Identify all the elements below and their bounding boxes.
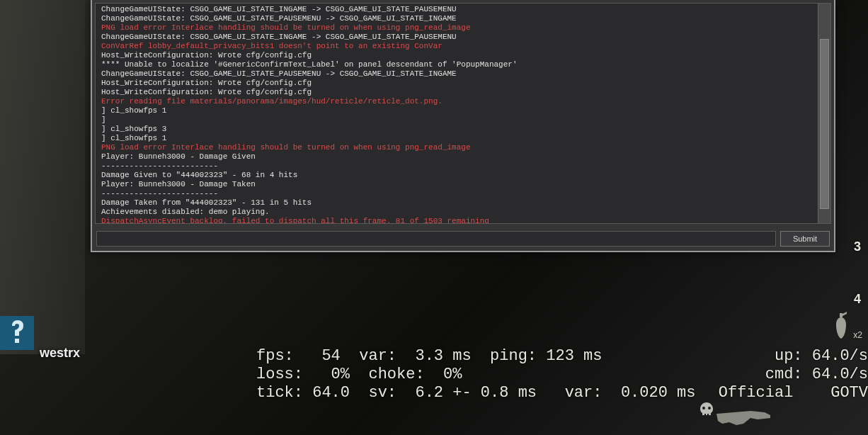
console-output[interactable]: ChangeGameUIState: CSGO_GAME_UI_STATE_IN… <box>95 3 831 224</box>
hud-ammo-primary: 3 <box>847 239 861 254</box>
console-line: Error reading file materials/panorama/im… <box>101 97 825 106</box>
scrollbar-thumb[interactable] <box>820 39 829 209</box>
console-line: **** Unable to localize '#GenericConfirm… <box>101 60 825 69</box>
netgraph-line3: tick: 64.0 sv: 6.2 +- 0.8 ms var: 0.020 … <box>256 384 696 402</box>
netgraph-line1: fps: 54 var: 3.3 ms ping: 123 ms <box>256 347 602 365</box>
spectator-avatar <box>0 316 34 350</box>
console-line: Achievements disabled: demo playing. <box>101 208 825 217</box>
console-line: Host_WriteConfiguration: Wrote cfg/confi… <box>101 88 825 97</box>
console-line: ------------------------- <box>101 162 825 171</box>
console-line: ConVarRef lobby_default_privacy_bits1 do… <box>101 42 825 51</box>
netgraph-right1: up: 64.0/s <box>775 347 868 365</box>
netgraph-right: up: 64.0/s cmd: 64.0/s Official GOTV <box>719 347 868 402</box>
question-mark-icon <box>6 319 28 347</box>
console-line: Damage Taken from "444002323" - 131 in 5… <box>101 198 825 208</box>
console-line: ChangeGameUIState: CSGO_GAME_UI_STATE_IN… <box>101 5 825 14</box>
console-line: Damage Given to "444002323" - 68 in 4 hi… <box>101 171 825 180</box>
weapon-icon <box>715 404 772 429</box>
console-line: ChangeGameUIState: CSGO_GAME_UI_STATE_IN… <box>101 33 825 42</box>
console-line: PNG load error Interlace handling should… <box>101 143 825 152</box>
grenade-icon <box>831 312 851 340</box>
spectator-name: westrx <box>40 346 80 361</box>
console-input-row: Submit <box>92 227 834 251</box>
grenade-count: x2 <box>853 330 862 340</box>
developer-console: ChangeGameUIState: CSGO_GAME_UI_STATE_IN… <box>91 0 835 252</box>
console-scrollbar[interactable] <box>818 4 830 223</box>
console-line: Player: Bunneh3000 - Damage Taken <box>101 180 825 189</box>
console-line: ] cl_showfps 1 <box>101 134 825 143</box>
console-line: ChangeGameUIState: CSGO_GAME_UI_STATE_PA… <box>101 14 825 23</box>
console-line: Player: Bunneh3000 - Damage Given <box>101 152 825 162</box>
netgraph-right3: Official GOTV <box>719 384 868 402</box>
console-line: Host_WriteConfiguration: Wrote cfg/confi… <box>101 79 825 88</box>
console-line: ] cl_showfps 3 <box>101 125 825 134</box>
netgraph-line2: loss: 0% choke: 0% <box>256 366 462 383</box>
netgraph-left: fps: 54 var: 3.3 ms ping: 123 ms loss: 0… <box>256 347 696 402</box>
console-input[interactable] <box>96 231 776 247</box>
skull-icon <box>698 401 715 418</box>
console-line: ------------------------- <box>101 189 825 198</box>
console-line: PNG load error Interlace handling should… <box>101 23 825 33</box>
console-submit-button[interactable]: Submit <box>780 231 830 247</box>
console-line: ] cl_showfps 1 <box>101 106 825 115</box>
console-line: DispatchAsyncEvent backlog, failed to di… <box>101 217 825 224</box>
netgraph-right2: cmd: 64.0/s <box>765 366 868 383</box>
console-line: Host_WriteConfiguration: Wrote cfg/confi… <box>101 51 825 60</box>
console-line: ] <box>101 115 825 125</box>
hud-ammo-secondary: 4 <box>847 292 861 307</box>
console-line: ChangeGameUIState: CSGO_GAME_UI_STATE_PA… <box>101 69 825 79</box>
